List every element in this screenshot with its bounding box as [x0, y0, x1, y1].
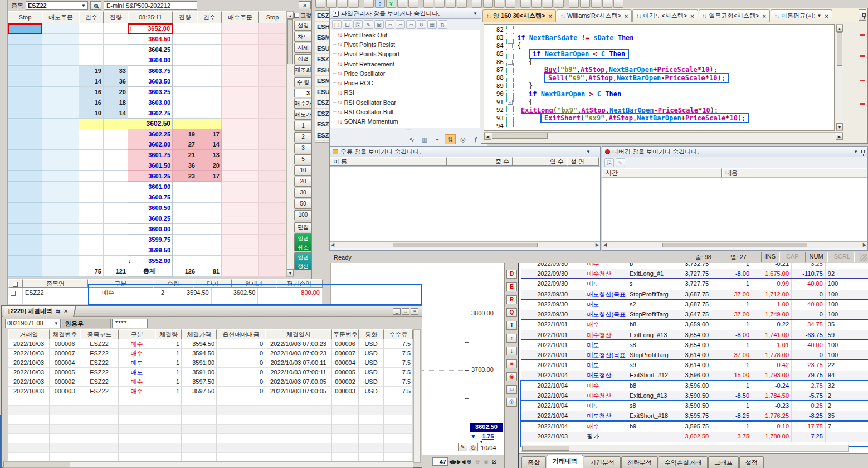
price-cell[interactable]: 3600.25	[128, 213, 173, 224]
ask-count-cell[interactable]	[79, 119, 104, 129]
ask-qty-cell[interactable]	[104, 160, 128, 171]
bid-count-cell[interactable]	[197, 34, 222, 45]
bid-count-cell[interactable]	[197, 245, 222, 256]
sell-order-cell[interactable]	[42, 34, 79, 45]
draw-tool-icon-4[interactable]: T	[506, 321, 517, 330]
ask-count-cell[interactable]	[79, 129, 104, 140]
bid-qty-cell[interactable]	[173, 213, 197, 224]
editor-hscrollbar[interactable]: ◀ ▶	[484, 132, 843, 139]
ask-count-cell[interactable]	[79, 224, 104, 235]
stop-cell[interactable]	[8, 150, 42, 160]
stop-cell[interactable]	[8, 55, 42, 66]
toolbar-icon-23[interactable]	[591, 0, 601, 8]
scroll-thumb[interactable]	[837, 32, 842, 66]
ask-count-cell[interactable]: 19	[79, 66, 104, 76]
scroll-up-icon[interactable]: ▲	[287, 12, 294, 19]
toolbar-icon-21[interactable]	[569, 0, 579, 8]
draw-tool-icon-3[interactable]: Q	[506, 308, 517, 317]
symbol-strip-item[interactable]: ESU	[315, 87, 329, 98]
bid-count-cell[interactable]	[197, 55, 222, 66]
list-item[interactable]: ┈↑↓Pivot Break-Out	[330, 30, 487, 40]
compress-horizontal-icon[interactable]: ▶◀	[457, 459, 465, 465]
fm-toolbar-icon-0[interactable]: ▢	[332, 20, 342, 29]
pin-icon[interactable]	[594, 150, 597, 153]
editor-tab[interactable]: ↑↓일목균형<시스템>×	[699, 9, 770, 22]
fm-toolbar-icon-4[interactable]: ⊠	[374, 20, 384, 29]
editor-tab[interactable]: ↑↓Williams'R<시스템>×	[557, 9, 632, 22]
sell-order-cell[interactable]	[42, 108, 79, 119]
ask-count-cell[interactable]	[79, 139, 104, 150]
swap-icon[interactable]: ⇆	[56, 306, 60, 316]
qty-button-50[interactable]: 50	[294, 199, 312, 209]
fit-view-icon[interactable]: ▣	[482, 459, 490, 465]
stop-cell[interactable]	[259, 203, 286, 213]
stop-cell[interactable]	[259, 76, 286, 87]
maximize-button[interactable]: □	[402, 308, 409, 315]
orderbook-scrollbar[interactable]: ▲ ▼	[286, 11, 294, 277]
close-icon[interactable]: ✕	[64, 306, 68, 316]
ask-qty-cell[interactable]: 14	[104, 108, 128, 119]
buy-order-cell[interactable]	[222, 150, 259, 160]
stop-cell[interactable]	[259, 66, 286, 76]
symbol-strip-item[interactable]: ESZ	[315, 130, 329, 142]
chevron-down-icon[interactable]: ▼	[586, 149, 591, 154]
bid-count-cell[interactable]	[197, 203, 222, 213]
bid-count-cell[interactable]	[197, 45, 222, 55]
buy-order-cell[interactable]	[222, 192, 259, 203]
new-log-icon[interactable]: ⎘	[604, 158, 614, 167]
pencil-tool-button[interactable]: ✎	[458, 443, 467, 451]
error-titlebar[interactable]: 오류 창을 보이거나 숨깁니다. ▼	[330, 147, 600, 157]
code-line[interactable]: 89}	[484, 82, 834, 90]
ask-count-cell[interactable]	[79, 213, 104, 224]
ask-qty-cell[interactable]	[104, 150, 128, 160]
ask-qty-cell[interactable]	[104, 182, 128, 192]
trade-row[interactable]: 2022/10/01매도s93,614.0010.4223.7522	[521, 360, 868, 370]
code-line[interactable]: 88Sell("s9",AtStop,NextBarOpen-PriceScal…	[484, 74, 834, 82]
sell-order-cell[interactable]	[42, 235, 79, 245]
toolbar-icon-19[interactable]	[543, 0, 553, 8]
price-cell[interactable]: 3602.75	[128, 108, 173, 119]
qty-button-5[interactable]: 5	[294, 154, 312, 164]
stop-cell[interactable]	[8, 224, 42, 235]
fm-toolbar-icon-5[interactable]: ▱	[385, 20, 394, 29]
code-line[interactable]: 90if NextBarOpen > C Then	[484, 90, 834, 98]
file-manager-titlebar[interactable]: 파일관리자 창을 보이거나 숨깁니다. ▼	[330, 8, 487, 19]
stop-cell[interactable]	[8, 235, 42, 245]
stop-cell[interactable]	[259, 171, 286, 182]
tab-종합[interactable]: 종합	[521, 456, 546, 468]
debug-hscrollbar[interactable]: ◀▶	[602, 241, 867, 248]
trade-row[interactable]: 2022/10/04매수청산ExitLong_#133,590.50-8.501…	[521, 391, 868, 401]
list-item[interactable]: ┈↑↓Pivot Retracement	[330, 59, 487, 69]
fm-toolbar-icon-3[interactable]: ✎	[364, 20, 373, 29]
ask-count-cell[interactable]	[79, 171, 104, 182]
sell-order-cell[interactable]	[42, 182, 79, 192]
sell-order-cell[interactable]	[42, 23, 79, 34]
fm-view-icon-3[interactable]: ⇅	[445, 134, 456, 144]
qty-button-10[interactable]: 10	[294, 165, 312, 176]
price-cell[interactable]: 3602.25	[128, 129, 173, 140]
price-cell[interactable]: 3599.50	[128, 245, 173, 256]
toolbar-icon-17[interactable]	[520, 0, 530, 8]
toolbar-icon-16[interactable]	[505, 0, 515, 8]
ask-qty-cell[interactable]	[104, 235, 128, 245]
sell-order-cell[interactable]	[42, 98, 79, 108]
tab-기간분석[interactable]: 기간분석	[584, 456, 621, 468]
trade-row[interactable]: 2022/10/01매도청산(목표StopProfitTarg3,614.003…	[521, 350, 868, 360]
buy-order-cell[interactable]	[222, 235, 259, 245]
ask-qty-cell[interactable]: 20	[104, 87, 128, 98]
price-cell[interactable]: 3600.50	[128, 203, 173, 213]
fold-icon[interactable]: -	[508, 100, 513, 105]
bid-qty-cell[interactable]	[173, 66, 197, 76]
qty-button-30[interactable]: 30	[294, 188, 312, 198]
ask-count-cell[interactable]	[79, 192, 104, 203]
bid-count-cell[interactable]	[197, 182, 222, 192]
stop-cell[interactable]	[259, 55, 286, 66]
trade-row[interactable]: 2022/09/30매수청산ExitLong_#13,727.75-8.001,…	[521, 269, 868, 279]
error-hscrollbar[interactable]: ◀▶	[330, 241, 600, 248]
tab-그래프[interactable]: 그래프	[708, 456, 739, 468]
price-cell[interactable]: 3599.75	[128, 235, 173, 245]
minimize-button[interactable]: _	[393, 308, 401, 315]
bid-count-cell[interactable]	[197, 87, 222, 98]
fm-toolbar-icon-1[interactable]: ⊟	[343, 20, 352, 29]
stop-cell[interactable]	[259, 150, 286, 160]
